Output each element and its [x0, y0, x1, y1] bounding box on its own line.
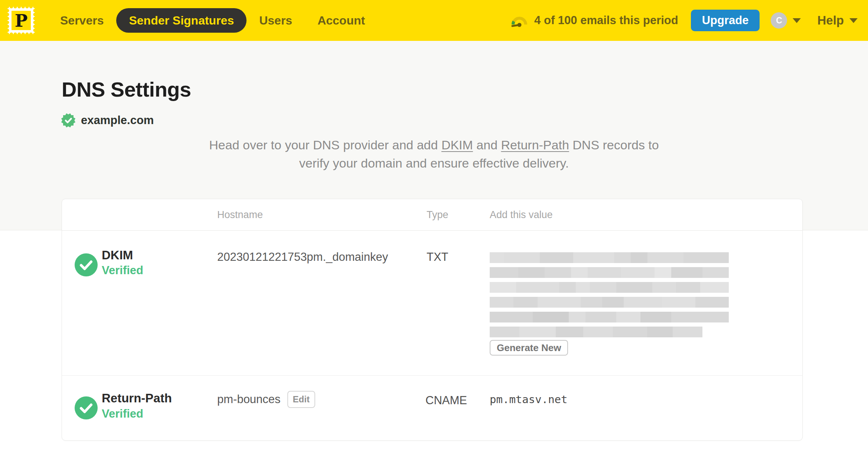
record-value: pm.mtasv.net — [490, 393, 568, 406]
primary-nav: Servers Sender Signatures Users Account — [48, 8, 378, 33]
intro-text: Head over to your DNS provider and add D… — [200, 136, 668, 172]
nav-right-group: 4 of 100 emails this period Upgrade C He… — [510, 10, 860, 31]
status-badge: Verified — [102, 264, 143, 277]
record-hostname: 20230121221753pm._domainkey — [217, 250, 388, 264]
redacted-value-line — [490, 282, 729, 293]
postmark-logo-icon[interactable]: P — [5, 4, 37, 36]
help-label: Help — [817, 13, 844, 27]
column-header-value: Add this value — [490, 199, 553, 231]
dns-records-card: Hostname Type Add this value DKIM Verifi… — [62, 199, 803, 441]
usage-text: 4 of 100 emails this period — [534, 14, 678, 27]
account-menu[interactable]: C — [771, 12, 801, 29]
gauge-icon — [510, 13, 529, 28]
help-menu[interactable]: Help — [817, 13, 858, 27]
record-hostname-group: pm-bounces Edit — [217, 390, 315, 409]
verified-domain: example.com — [61, 113, 154, 128]
row-divider — [62, 375, 802, 376]
page-title: DNS Settings — [62, 77, 191, 101]
chevron-down-icon — [793, 18, 801, 23]
record-name: DKIM — [102, 248, 133, 262]
edit-button[interactable]: Edit — [287, 391, 315, 408]
record-type: CNAME — [425, 394, 467, 407]
dkim-link[interactable]: DKIM — [441, 138, 473, 152]
usage-meter: 4 of 100 emails this period — [510, 13, 678, 28]
dns-settings-page: P Servers Sender Signatures Users Accoun… — [0, 0, 868, 454]
redacted-value-line — [490, 252, 729, 263]
redacted-value-line — [490, 312, 729, 322]
redacted-value-line — [490, 327, 702, 337]
nav-item-sender-signatures[interactable]: Sender Signatures — [116, 8, 247, 33]
redacted-value-line — [490, 297, 729, 308]
avatar[interactable]: C — [771, 12, 787, 29]
chevron-down-icon — [849, 18, 858, 23]
column-header-type: Type — [427, 199, 448, 231]
verified-seal-icon — [61, 113, 76, 128]
verified-check-icon — [75, 396, 98, 419]
intro-seg-2: and — [473, 138, 501, 152]
generate-new-button[interactable]: Generate New — [490, 340, 568, 356]
status-badge: Verified — [102, 407, 143, 421]
domain-name: example.com — [81, 114, 154, 127]
nav-item-users[interactable]: Users — [247, 8, 305, 33]
nav-item-servers[interactable]: Servers — [48, 8, 116, 33]
redacted-dns-value — [490, 252, 729, 341]
column-header-hostname: Hostname — [217, 199, 263, 231]
upgrade-button[interactable]: Upgrade — [691, 10, 760, 31]
top-nav: P Servers Sender Signatures Users Accoun… — [0, 0, 868, 41]
logo-letter: P — [15, 11, 28, 31]
record-hostname: pm-bounces — [217, 393, 281, 406]
verified-check-icon — [75, 253, 98, 276]
record-name: Return-Path — [102, 391, 172, 405]
record-type: TXT — [427, 250, 448, 264]
return-path-link[interactable]: Return-Path — [501, 138, 569, 152]
table-header-row: Hostname Type Add this value — [62, 199, 802, 231]
nav-item-account[interactable]: Account — [305, 8, 378, 33]
intro-seg-1: Head over to your DNS provider and add — [209, 138, 441, 152]
redacted-value-line — [490, 267, 729, 278]
